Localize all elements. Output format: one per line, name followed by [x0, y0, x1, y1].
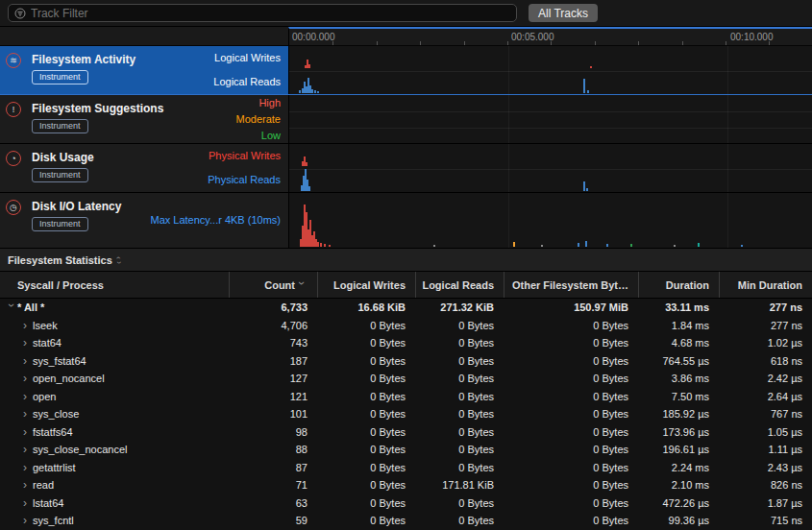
table-row[interactable]: ›sys_close_nocancel880 Bytes0 Bytes0 Byt…: [0, 441, 812, 459]
track-row-filesystem-suggestions[interactable]: !Filesystem SuggestionsInstrumentHighMod…: [0, 95, 812, 144]
disk-io-latency-icon: ◷: [6, 200, 21, 215]
table-row[interactable]: ›read710 Bytes171.81 KiB0 Bytes2.10 ms82…: [0, 476, 812, 494]
timeline-ruler[interactable]: 00:00.00000:05.00000:10.000: [288, 27, 812, 46]
collapse-chevron-icon[interactable]: ›: [5, 303, 18, 313]
column-header-count[interactable]: Count›: [229, 272, 317, 298]
value-cell: 0 Bytes: [415, 497, 504, 509]
value-cell: 0 Bytes: [317, 479, 415, 491]
value-cell: 0 Bytes: [317, 355, 415, 367]
expand-chevron-icon[interactable]: ›: [23, 461, 33, 474]
column-header-duration[interactable]: Duration: [638, 272, 719, 298]
value-cell: 0 Bytes: [317, 373, 415, 384]
track-header-disk-usage[interactable]: ◔Disk UsageInstrumentPhysical WritesPhys…: [0, 144, 288, 192]
all-tracks-button[interactable]: All Tracks: [529, 4, 598, 22]
expand-chevron-icon[interactable]: ›: [23, 407, 33, 421]
expand-chevron-icon[interactable]: ›: [23, 514, 33, 527]
column-header-label: Min Duration: [738, 279, 802, 291]
value-cell: 826 ns: [719, 479, 812, 491]
value-cell: 1.87 µs: [719, 497, 812, 509]
chart-spike: [606, 244, 608, 247]
expand-chevron-icon[interactable]: ›: [23, 336, 33, 349]
table-row[interactable]: ›lstat64630 Bytes0 Bytes0 Bytes472.26 µs…: [0, 494, 812, 513]
syscall-name: sys_fstat64: [33, 355, 86, 367]
chart-spike: [698, 243, 700, 247]
chart-spike: [317, 91, 319, 93]
expand-chevron-icon[interactable]: ›: [23, 319, 33, 332]
time-gridline: [508, 193, 509, 248]
value-cell: 1.11 µs: [719, 444, 812, 455]
track-header-disk-i-o-latency[interactable]: ◷Disk I/O LatencyInstrumentMax Latency..…: [0, 193, 288, 248]
expand-chevron-icon[interactable]: ›: [23, 443, 33, 456]
value-cell: 2.42 µs: [719, 373, 812, 384]
expand-chevron-icon[interactable]: ›: [23, 425, 33, 439]
ruler-minor-tick: [551, 41, 552, 45]
track-lane-disk-usage[interactable]: [288, 144, 812, 192]
column-header-label: Logical Writes: [333, 279, 406, 291]
value-cell: 277 ns: [719, 320, 812, 331]
expand-chevron-icon[interactable]: ›: [23, 354, 33, 368]
ruler-minor-tick: [377, 41, 378, 45]
track-lane-filesystem-activity[interactable]: [288, 46, 812, 94]
column-header-logical-reads[interactable]: Logical Reads: [415, 272, 504, 298]
table-row[interactable]: ›sys_close1010 Bytes0 Bytes0 Bytes185.92…: [0, 405, 812, 423]
value-cell: 0 Bytes: [504, 462, 638, 473]
value-cell: 150.97 MiB: [504, 301, 638, 313]
table-row[interactable]: ›fstatfs64980 Bytes0 Bytes0 Bytes173.96 …: [0, 423, 812, 442]
expand-chevron-icon[interactable]: ›: [23, 372, 33, 385]
time-gridline: [727, 95, 728, 143]
value-cell: 0 Bytes: [415, 391, 504, 402]
column-header-logical-writes[interactable]: Logical Writes: [317, 272, 415, 298]
chart-spike: [590, 66, 592, 68]
track-header-filesystem-activity[interactable]: ≋Filesystem ActivityInstrumentLogical Wr…: [0, 46, 288, 94]
table-row[interactable]: ›open_nocancel1270 Bytes0 Bytes0 Bytes3.…: [0, 370, 812, 388]
chart-spike: [317, 242, 319, 247]
stats-table-body: ›* All *6,73316.68 KiB271.32 KiB150.97 M…: [0, 299, 812, 530]
expand-chevron-icon[interactable]: ›: [23, 390, 33, 403]
lane-label: Physical Writes: [209, 150, 281, 161]
syscall-cell: ›lstat64: [0, 496, 229, 510]
lane-divider: [289, 169, 812, 170]
value-cell: 0 Bytes: [415, 373, 504, 384]
table-row[interactable]: ›getattrlist870 Bytes0 Bytes0 Bytes2.24 …: [0, 459, 812, 477]
value-cell: 0 Bytes: [504, 408, 638, 420]
value-cell: 0 Bytes: [415, 337, 504, 349]
track-filter-input[interactable]: [31, 7, 510, 20]
table-row[interactable]: ›sys_fcntl590 Bytes0 Bytes0 Bytes99.36 µ…: [0, 512, 812, 530]
track-lane-disk-i-o-latency[interactable]: [288, 193, 812, 248]
column-header-syscall-process[interactable]: Syscall / Process: [0, 272, 229, 298]
value-cell: 121: [229, 391, 317, 402]
table-row[interactable]: ›stat647430 Bytes0 Bytes0 Bytes4.68 ms1.…: [0, 334, 812, 352]
column-header-other-filesystem-byt[interactable]: Other Filesystem Byt…: [504, 272, 638, 298]
column-header-min-duration[interactable]: Min Duration: [719, 272, 812, 298]
track-row-filesystem-activity[interactable]: ≋Filesystem ActivityInstrumentLogical Wr…: [0, 46, 812, 95]
syscall-cell: ›stat64: [0, 336, 229, 349]
syscall-name: lstat64: [33, 497, 63, 509]
table-row[interactable]: ›open1210 Bytes0 Bytes0 Bytes7.50 ms2.64…: [0, 388, 812, 406]
track-lane-filesystem-suggestions[interactable]: [288, 95, 812, 143]
track-row-disk-i-o-latency[interactable]: ◷Disk I/O LatencyInstrumentMax Latency..…: [0, 193, 812, 249]
value-cell: 0 Bytes: [415, 320, 504, 331]
track-header-filesystem-suggestions[interactable]: !Filesystem SuggestionsInstrumentHighMod…: [0, 95, 288, 143]
ruler-minor-tick: [332, 41, 333, 45]
value-cell: 0 Bytes: [317, 337, 415, 349]
chart-spike: [308, 186, 310, 191]
track-filter-field[interactable]: [8, 4, 517, 22]
value-cell: 171.81 KiB: [415, 479, 504, 491]
syscall-cell: ›sys_fstat64: [0, 354, 229, 368]
stats-table-header: Syscall / ProcessCount›Logical WritesLog…: [0, 272, 812, 299]
chart-spike: [306, 162, 308, 166]
detail-view-popup-chevron-icon[interactable]: ››: [117, 255, 120, 265]
value-cell: 98: [229, 426, 317, 438]
table-row[interactable]: ›lseek4,7060 Bytes0 Bytes0 Bytes1.84 ms2…: [0, 317, 812, 335]
chart-spike: [513, 242, 515, 247]
syscall-cell: ›sys_close: [0, 407, 229, 421]
lane-label: Physical Reads: [208, 174, 281, 185]
table-row[interactable]: ›sys_fstat641870 Bytes0 Bytes0 Bytes764.…: [0, 352, 812, 371]
table-row[interactable]: ›* All *6,73316.68 KiB271.32 KiB150.97 M…: [0, 299, 812, 317]
syscall-name: lseek: [33, 320, 58, 331]
expand-chevron-icon[interactable]: ›: [23, 496, 33, 510]
time-gridline: [727, 144, 728, 192]
track-row-disk-usage[interactable]: ◔Disk UsageInstrumentPhysical WritesPhys…: [0, 144, 812, 193]
instrument-badge: Instrument: [32, 168, 88, 182]
expand-chevron-icon[interactable]: ›: [23, 478, 33, 492]
